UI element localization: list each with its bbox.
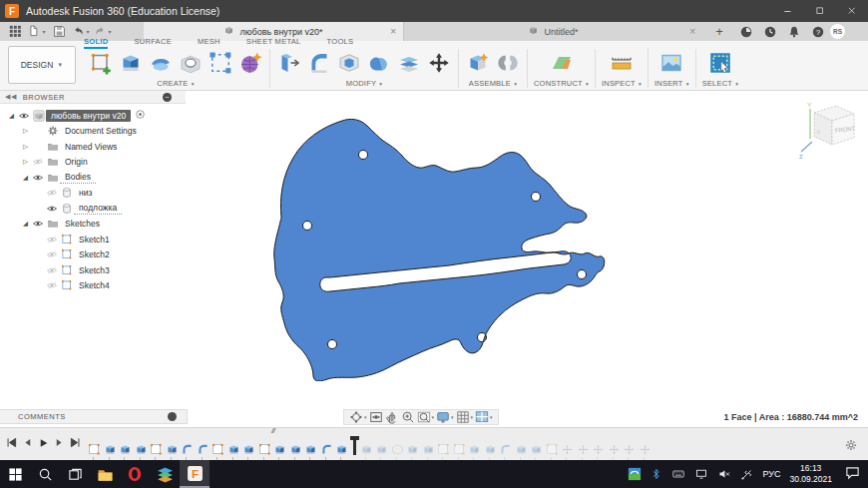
tree-item-подложка[interactable]: подложка (0, 201, 186, 217)
timeline-feature-extrude-suppressed[interactable] (468, 442, 481, 455)
ribbon-tab-solid[interactable]: SOLID (84, 37, 108, 49)
fillet-icon[interactable] (306, 50, 332, 76)
avatar[interactable]: RS (830, 24, 845, 39)
file-menu-icon[interactable]: ▾ (26, 23, 48, 40)
timeline-feature-move-suppressed[interactable] (639, 442, 651, 455)
timeline-feature-move-suppressed[interactable] (592, 442, 605, 455)
ribbon-group-label[interactable]: INSPECT ▾ (602, 79, 642, 88)
expanded-expander-icon[interactable]: ◢ (6, 112, 17, 120)
design-workspace-button[interactable]: DESIGN▼ (8, 46, 76, 84)
timeline-feature-extrude[interactable] (227, 442, 240, 455)
ribbon-group-label[interactable]: MODIFY ▾ (346, 79, 382, 88)
job-status-icon[interactable] (738, 24, 754, 40)
timeline-feature-fillet[interactable] (197, 442, 210, 455)
view-cube[interactable]: FRONT R Z Y (796, 95, 864, 163)
step-back-icon[interactable] (22, 437, 33, 448)
body-подложка-face[interactable] (269, 110, 609, 381)
network-display-icon[interactable] (694, 468, 708, 480)
measure-icon[interactable] (609, 50, 635, 76)
tree-item-sketches[interactable]: ◢Sketches (0, 217, 186, 233)
timeline-feature-extrude[interactable] (104, 442, 117, 455)
timeline-feature-extrude[interactable] (304, 442, 317, 455)
timeline-feature-sketch[interactable] (212, 442, 224, 455)
tree-item-named-views[interactable]: ▷Named Views (0, 139, 186, 155)
comments-options-icon[interactable] (168, 412, 177, 421)
combine-icon[interactable] (366, 50, 392, 76)
activate-component-radio[interactable] (135, 109, 146, 122)
timeline-feature-move-suppressed[interactable] (577, 442, 590, 455)
ribbon-tab-surface[interactable]: SURFACE (134, 37, 172, 49)
pan-icon[interactable] (385, 410, 399, 424)
timeline-playhead[interactable] (353, 436, 356, 455)
tree-item-sketch4[interactable]: Sketch4 (0, 278, 186, 294)
ribbon-group-label[interactable]: ASSEMBLE ▾ (469, 79, 517, 88)
fit-icon[interactable]: ▾ (417, 410, 435, 424)
timeline-feature-extrude[interactable] (289, 442, 302, 455)
taskbar-clock[interactable]: 16:13 30.09.2021 (789, 463, 832, 484)
volume-muted-icon[interactable] (717, 468, 731, 480)
tree-item-sketch3[interactable]: Sketch3 (0, 262, 186, 278)
timeline-feature-extrude-suppressed[interactable] (406, 442, 419, 455)
browser-options-icon[interactable]: − (163, 93, 172, 102)
start-icon[interactable] (0, 460, 30, 488)
visibility-eye-icon[interactable] (31, 156, 45, 168)
visibility-eye-icon[interactable] (45, 203, 59, 215)
timeline-feature-extrude-suppressed[interactable] (422, 442, 435, 455)
go-to-start-icon[interactable] (6, 437, 17, 448)
layers-app-icon[interactable] (150, 460, 180, 488)
timeline-feature-sketch[interactable] (88, 442, 101, 455)
expanded-expander-icon[interactable]: ◢ (20, 220, 31, 228)
collapsed-expander-icon[interactable]: ▷ (20, 158, 31, 166)
grid-display-icon[interactable]: ▾ (456, 410, 474, 424)
expanded-expander-icon[interactable]: ◢ (20, 174, 31, 182)
visibility-eye-icon[interactable] (45, 234, 59, 245)
minimize-button[interactable] (772, 0, 804, 22)
bluetooth-icon[interactable] (651, 467, 662, 481)
pattern-icon[interactable] (208, 50, 233, 76)
model-viewport[interactable]: FRONT R Z Y ◀◀ BROWSER − ◢любовь внутри … (0, 91, 868, 427)
revolve-icon[interactable] (148, 50, 174, 76)
visibility-eye-icon[interactable] (45, 264, 59, 276)
timeline-feature-sketch[interactable] (150, 442, 163, 455)
timeline-feature-sketch-suppressed[interactable] (437, 442, 450, 455)
tab-close-icon[interactable]: × (689, 26, 695, 37)
new-component-icon[interactable] (465, 50, 491, 76)
browser-collapse-icon[interactable]: ◀◀ (5, 93, 17, 101)
collapsed-expander-icon[interactable]: ▷ (20, 127, 31, 135)
timeline-feature-extrude-suppressed[interactable] (530, 442, 543, 455)
timeline-feature-extrude-suppressed[interactable] (515, 442, 528, 455)
zoom-icon[interactable] (401, 410, 415, 424)
action-center-icon[interactable] (845, 465, 860, 484)
opera-icon[interactable] (120, 460, 150, 488)
language-indicator[interactable]: РУС (762, 469, 780, 479)
timeline-feature-sketch-suppressed[interactable] (453, 442, 466, 455)
timeline-feature-fillet[interactable] (320, 442, 333, 455)
extrude-icon[interactable] (118, 50, 144, 76)
joint-icon[interactable] (495, 50, 521, 76)
hole-icon[interactable] (178, 50, 204, 76)
ribbon-group-label[interactable]: SELECT ▾ (702, 79, 739, 88)
timeline-feature-extrude[interactable] (166, 442, 179, 455)
construction-plane-icon[interactable] (549, 50, 575, 76)
timeline-feature-extrude-suppressed[interactable] (484, 442, 497, 455)
play-icon[interactable] (38, 437, 49, 448)
usb-icon[interactable] (740, 468, 753, 481)
tab-close-icon[interactable]: × (390, 26, 396, 37)
form-icon[interactable] (237, 50, 263, 76)
timeline-feature-extrude[interactable] (135, 442, 148, 455)
tree-item-bodies[interactable]: ◢Bodies (0, 170, 186, 186)
timeline-feature-move-suppressed[interactable] (561, 442, 574, 455)
tree-item-document-settings[interactable]: ▷Document Settings (0, 124, 186, 140)
insert-image-icon[interactable] (658, 50, 684, 76)
tree-item-origin[interactable]: ▷Origin (0, 155, 186, 171)
timeline-feature-move-suppressed[interactable] (623, 442, 636, 455)
visibility-eye-icon[interactable] (31, 172, 45, 184)
timeline-feature-sketch-suppressed[interactable] (546, 442, 559, 455)
apps-grid-icon[interactable] (4, 23, 26, 40)
keyboard-icon[interactable] (671, 468, 685, 480)
timeline-feature-sketch[interactable] (258, 442, 271, 455)
timeline-settings-gear-icon[interactable] (844, 438, 858, 456)
remote-app-icon[interactable] (628, 467, 642, 481)
timeline-feature-fillet-suppressed[interactable] (499, 442, 512, 455)
task-view-icon[interactable] (60, 460, 90, 488)
